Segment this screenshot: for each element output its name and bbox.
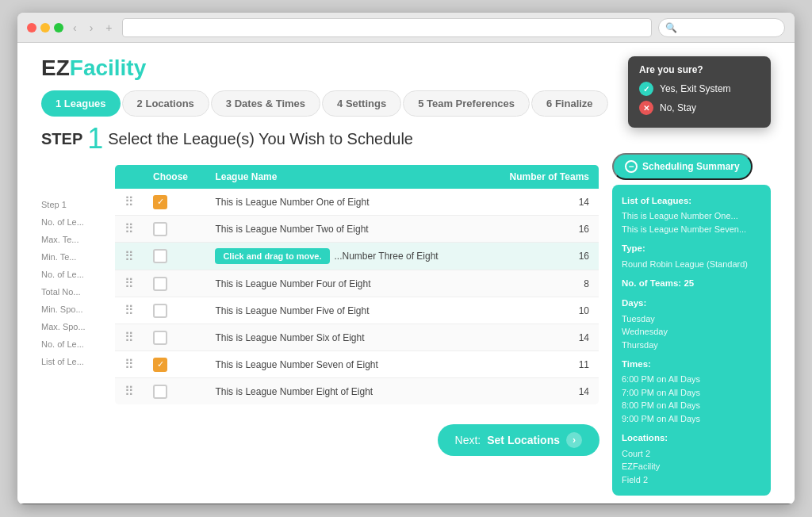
table-row: ⠿✓This is League Number Seven of Eight11 bbox=[115, 351, 599, 378]
summary-minus-icon: − bbox=[625, 160, 638, 173]
location-1: Court 2 bbox=[622, 447, 761, 461]
row-checkbox[interactable] bbox=[153, 249, 167, 263]
location-2: EZFacility bbox=[622, 460, 761, 473]
time-4: 9:00 PM on All Days bbox=[622, 412, 761, 426]
browser-bar: ‹ › + 🔍 bbox=[17, 13, 795, 43]
drag-handle[interactable]: ⠿ bbox=[124, 195, 134, 209]
browser-dots bbox=[27, 23, 63, 33]
yes-icon: ✓ bbox=[639, 82, 653, 96]
days-title: Days: bbox=[622, 297, 761, 310]
times-title: Times: bbox=[622, 358, 761, 371]
teams-count: 14 bbox=[485, 324, 599, 351]
tab-dates-times[interactable]: 3 Dates & Times bbox=[211, 90, 320, 117]
no-stay-button[interactable]: ✕ No, Stay bbox=[639, 101, 760, 115]
row-checkbox[interactable] bbox=[153, 304, 167, 318]
next-arrow-icon: › bbox=[566, 432, 582, 448]
search-bar[interactable]: 🔍 bbox=[658, 18, 785, 37]
tab-leagues[interactable]: 1 Leagues bbox=[41, 90, 121, 117]
step-word: STEP bbox=[41, 130, 82, 148]
table-row: ⠿This is League Number Five of Eight10 bbox=[115, 297, 599, 324]
league-one-text: This is League Number One... bbox=[622, 209, 761, 223]
page-content: EZFacility ✕ EXIT SYSTEM Are you sure? ✓… bbox=[17, 43, 795, 504]
row-checkbox[interactable] bbox=[153, 331, 167, 345]
day-thursday: Thursday bbox=[622, 339, 761, 352]
no-of-le3-label: No. of Le... bbox=[41, 335, 105, 353]
min-te-label: Min. Te... bbox=[41, 248, 105, 266]
day-tuesday: Tuesday bbox=[622, 312, 761, 326]
row-checkbox[interactable]: ✓ bbox=[153, 358, 167, 372]
confirm-title: Are you sure? bbox=[639, 64, 760, 75]
league-name: This is League Number Seven of Eight bbox=[215, 359, 377, 370]
league-table: Choose League Name Number of Teams ⠿✓Thi… bbox=[114, 164, 599, 405]
next-label: Next: bbox=[455, 434, 481, 446]
league-seven-text: This is League Number Seven... bbox=[622, 223, 761, 236]
max-te-label: Max. Te... bbox=[41, 231, 105, 248]
fullscreen-dot[interactable] bbox=[54, 23, 63, 33]
yes-label: Yes, Exit System bbox=[660, 83, 731, 94]
type-title: Type: bbox=[622, 242, 761, 255]
location-3: Field 2 bbox=[622, 473, 761, 487]
yes-exit-button[interactable]: ✓ Yes, Exit System bbox=[639, 82, 760, 96]
teams-count: 11 bbox=[485, 351, 599, 378]
locations-title: Locations: bbox=[622, 431, 761, 445]
step-title: STEP 1 Select the League(s) You Wish to … bbox=[41, 124, 599, 153]
forward-button[interactable]: › bbox=[86, 20, 97, 36]
tab-finalize[interactable]: 6 Finalize bbox=[531, 90, 608, 117]
scheduling-summary-button[interactable]: − Scheduling Summary bbox=[612, 153, 753, 180]
tab-settings[interactable]: 4 Settings bbox=[322, 90, 401, 117]
league-name: This is League Number One of Eight bbox=[215, 197, 369, 208]
no-of-teams-title: No. of Teams: 25 bbox=[622, 277, 761, 290]
no-of-le2-label: No. of Le... bbox=[41, 266, 105, 283]
close-dot[interactable] bbox=[27, 23, 36, 33]
no-of-le-label: No. of Le... bbox=[41, 213, 105, 231]
table-row: ⠿Click and drag to move....Number Three … bbox=[115, 243, 599, 270]
list-of-leagues-title: List of Leagues: bbox=[622, 194, 761, 208]
league-name: This is League Number Eight of Eight bbox=[215, 386, 373, 397]
row-checkbox[interactable]: ✓ bbox=[153, 195, 167, 209]
drag-handle[interactable]: ⠿ bbox=[124, 250, 134, 263]
col-teams: Number of Teams bbox=[485, 165, 599, 190]
table-row: ⠿This is League Number Four of Eight8 bbox=[115, 270, 599, 297]
teams-count: 14 bbox=[485, 378, 599, 405]
left-summary-column: Step 1 No. of Le... Max. Te... Min. Te..… bbox=[41, 164, 105, 456]
col-choose: Choose bbox=[144, 165, 205, 190]
minimize-dot[interactable] bbox=[40, 23, 50, 33]
drag-tooltip: Click and drag to move. bbox=[215, 248, 329, 264]
table-header: Choose League Name Number of Teams bbox=[115, 165, 599, 190]
league-name: This is League Number Six of Eight bbox=[215, 332, 364, 343]
drag-handle[interactable]: ⠿ bbox=[124, 222, 134, 236]
min-spo-label: Min. Spo... bbox=[41, 301, 105, 318]
league-tbody: ⠿✓This is League Number One of Eight14⠿T… bbox=[115, 189, 599, 405]
table-row: ⠿✓This is League Number One of Eight14 bbox=[115, 189, 599, 216]
teams-count: 16 bbox=[485, 243, 599, 270]
time-3: 8:00 PM on All Days bbox=[622, 399, 761, 412]
drag-handle[interactable]: ⠿ bbox=[124, 358, 134, 371]
row-checkbox[interactable] bbox=[153, 277, 167, 291]
league-name: This is League Number Four of Eight bbox=[215, 278, 370, 289]
time-1: 6:00 PM on All Days bbox=[622, 373, 761, 386]
next-area: Next: Set Locations › bbox=[114, 415, 599, 456]
no-icon: ✕ bbox=[639, 101, 653, 115]
row-checkbox[interactable] bbox=[153, 385, 167, 399]
drag-handle[interactable]: ⠿ bbox=[124, 331, 134, 344]
row-checkbox[interactable] bbox=[153, 222, 167, 236]
teams-count: 16 bbox=[485, 216, 599, 243]
step-description: Select the League(s) You Wish to Schedul… bbox=[108, 130, 413, 148]
next-value: Set Locations bbox=[487, 434, 560, 446]
address-bar[interactable] bbox=[122, 18, 652, 37]
tab-team-preferences[interactable]: 5 Team Preferences bbox=[403, 90, 530, 117]
back-button[interactable]: ‹ bbox=[70, 20, 80, 36]
table-row: ⠿This is League Number Two of Eight16 bbox=[115, 216, 599, 243]
list-of-le-label: List of Le... bbox=[41, 353, 105, 370]
drag-handle[interactable]: ⠿ bbox=[124, 277, 134, 290]
total-no-label: Total No... bbox=[41, 283, 105, 301]
tab-locations[interactable]: 2 Locations bbox=[122, 90, 209, 117]
add-tab-button[interactable]: + bbox=[102, 20, 115, 36]
right-sidebar: − Scheduling Summary List of Leagues: Th… bbox=[612, 124, 771, 496]
drag-handle[interactable]: ⠿ bbox=[124, 304, 134, 317]
drag-handle[interactable]: ⠿ bbox=[124, 385, 134, 398]
exit-area: ✕ EXIT SYSTEM Are you sure? ✓ Yes, Exit … bbox=[668, 56, 771, 80]
league-name: This is League Number Two of Eight bbox=[215, 224, 368, 235]
next-button[interactable]: Next: Set Locations › bbox=[438, 424, 599, 456]
logo-ez: EZ bbox=[41, 56, 70, 80]
